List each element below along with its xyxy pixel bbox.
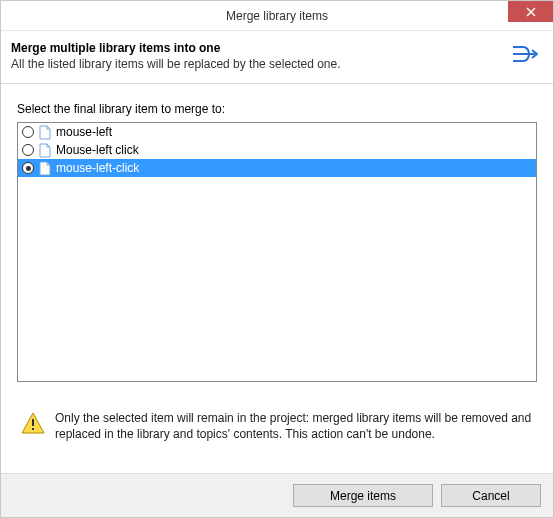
warning-row: Only the selected item will remain in th… xyxy=(1,390,553,452)
list-item[interactable]: Mouse-left click xyxy=(18,141,536,159)
radio-button[interactable] xyxy=(22,126,34,138)
svg-rect-0 xyxy=(32,419,34,426)
file-icon xyxy=(38,143,52,158)
warning-text: Only the selected item will remain in th… xyxy=(55,410,533,442)
file-icon xyxy=(38,125,52,140)
list-item[interactable]: mouse-left xyxy=(18,123,536,141)
list-label: Select the final library item to merge t… xyxy=(17,102,537,116)
dialog-footer: Merge items Cancel xyxy=(1,473,553,517)
list-item-label: mouse-left-click xyxy=(56,161,139,175)
list-item[interactable]: mouse-left-click xyxy=(18,159,536,177)
merge-items-button[interactable]: Merge items xyxy=(293,484,433,507)
header-subtitle: All the listed library items will be rep… xyxy=(11,57,501,71)
cancel-button[interactable]: Cancel xyxy=(441,484,541,507)
radio-button[interactable] xyxy=(22,144,34,156)
close-button[interactable] xyxy=(508,1,553,22)
library-item-list[interactable]: mouse-leftMouse-left clickmouse-left-cli… xyxy=(17,122,537,382)
merge-icon xyxy=(511,43,539,65)
warning-icon xyxy=(21,412,45,434)
header-text: Merge multiple library items into one Al… xyxy=(11,41,501,71)
titlebar: Merge library items xyxy=(1,1,553,31)
list-item-label: mouse-left xyxy=(56,125,112,139)
close-icon xyxy=(526,7,536,17)
dialog-body: Select the final library item to merge t… xyxy=(1,84,553,390)
list-item-label: Mouse-left click xyxy=(56,143,139,157)
radio-button[interactable] xyxy=(22,162,34,174)
file-icon xyxy=(38,161,52,176)
dialog-header: Merge multiple library items into one Al… xyxy=(1,31,553,84)
header-title: Merge multiple library items into one xyxy=(11,41,501,55)
svg-rect-1 xyxy=(32,428,34,430)
window-title: Merge library items xyxy=(226,9,328,23)
